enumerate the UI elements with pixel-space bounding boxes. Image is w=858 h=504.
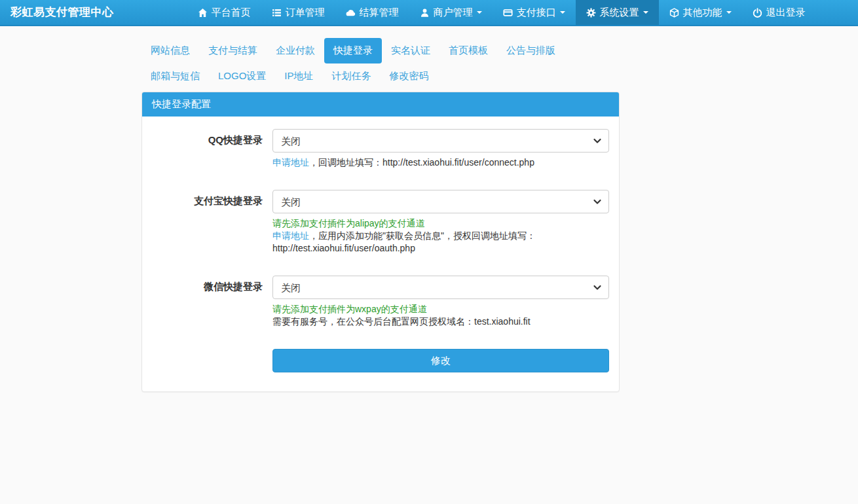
cloud-icon bbox=[346, 8, 356, 18]
home-icon bbox=[198, 8, 208, 18]
tab-payment-settlement[interactable]: 支付与结算 bbox=[199, 38, 267, 63]
alipay-login-help: 请先添加支付插件为alipay的支付通道 申请地址，应用内添加功能"获取会员信息… bbox=[272, 217, 609, 255]
tab-website-info[interactable]: 网站信息 bbox=[141, 38, 199, 63]
panel-title: 快捷登录配置 bbox=[142, 92, 619, 117]
tab-enterprise-payment[interactable]: 企业付款 bbox=[267, 38, 324, 63]
nav-item-label: 其他功能 bbox=[683, 0, 722, 25]
nav-item-label: 系统设置 bbox=[600, 0, 639, 25]
tab-realname-auth[interactable]: 实名认证 bbox=[382, 38, 439, 63]
wechat-help-text: 需要有服务号，在公众号后台配置网页授权域名：test.xiaohui.fit bbox=[272, 315, 609, 328]
nav-item-merchants[interactable]: 商户管理 bbox=[409, 0, 493, 25]
nav-item-logout[interactable]: 退出登录 bbox=[742, 0, 816, 25]
alipay-plugin-warning: 请先添加支付插件为alipay的支付通道 bbox=[272, 217, 609, 230]
submit-group: 修改 bbox=[152, 349, 609, 372]
nav-item-label: 平台首页 bbox=[212, 0, 251, 25]
alipay-help-text: ，应用内添加功能"获取会员信息"，授权回调地址填写： bbox=[309, 230, 536, 241]
nav-item-orders[interactable]: 订单管理 bbox=[261, 0, 335, 25]
nav-item-label: 支付接口 bbox=[517, 0, 556, 25]
cube-icon bbox=[669, 8, 679, 18]
user-icon bbox=[420, 8, 430, 18]
nav-item-label: 商户管理 bbox=[434, 0, 473, 25]
settings-tabs-row1: 网站信息 支付与结算 企业付款 快捷登录 实名认证 首页模板 公告与排版 bbox=[141, 38, 620, 63]
app-title: 彩虹易支付管理中心 bbox=[0, 0, 124, 25]
nav-item-label: 退出登录 bbox=[766, 0, 806, 25]
tab-quick-login[interactable]: 快捷登录 bbox=[324, 38, 382, 63]
qq-login-label: QQ快捷登录 bbox=[152, 129, 272, 169]
power-icon bbox=[753, 8, 762, 18]
qq-login-select[interactable]: 关闭 bbox=[272, 129, 609, 153]
main-content: 网站信息 支付与结算 企业付款 快捷登录 实名认证 首页模板 公告与排版 邮箱与… bbox=[141, 38, 620, 392]
tab-ip-address[interactable]: IP地址 bbox=[275, 63, 322, 89]
nav-item-payment-api[interactable]: 支付接口 bbox=[493, 0, 576, 25]
alipay-login-group: 支付宝快捷登录 关闭 请先添加支付插件为alipay的支付通道 申请地址，应 bbox=[152, 190, 609, 255]
alipay-callback-url: http://test.xiaohui.fit/user/oauth.php bbox=[272, 242, 609, 255]
nav-item-label: 订单管理 bbox=[286, 0, 325, 25]
nav-item-system-settings[interactable]: 系统设置 bbox=[576, 0, 659, 25]
caret-down-icon bbox=[643, 11, 648, 14]
nav-item-label: 结算管理 bbox=[360, 0, 399, 25]
caret-down-icon bbox=[560, 11, 565, 14]
wechat-plugin-warning: 请先添加支付插件为wxpay的支付通道 bbox=[272, 303, 609, 315]
top-navbar: 彩虹易支付管理中心 平台首页 订单管理 结算管理 商户管理 bbox=[0, 0, 858, 26]
submit-button[interactable]: 修改 bbox=[272, 349, 609, 372]
quick-login-panel: 快捷登录配置 QQ快捷登录 关闭 申请地址，回调地址填写：http://t bbox=[141, 92, 620, 392]
alipay-login-label: 支付宝快捷登录 bbox=[152, 190, 272, 255]
qq-login-help: 申请地址，回调地址填写：http://test.xiaohui.fit/user… bbox=[272, 156, 609, 169]
quick-login-form: QQ快捷登录 关闭 申请地址，回调地址填写：http://test.xiaohu… bbox=[142, 117, 619, 391]
settings-tabs-row2: 邮箱与短信 LOGO设置 IP地址 计划任务 修改密码 bbox=[141, 63, 620, 89]
tab-email-sms[interactable]: 邮箱与短信 bbox=[141, 63, 209, 89]
tab-notice-layout[interactable]: 公告与排版 bbox=[497, 38, 565, 63]
tab-logo-settings[interactable]: LOGO设置 bbox=[209, 63, 275, 89]
caret-down-icon bbox=[477, 11, 482, 14]
tab-cron-tasks[interactable]: 计划任务 bbox=[323, 63, 381, 89]
wechat-login-select[interactable]: 关闭 bbox=[272, 276, 609, 299]
tab-homepage-template[interactable]: 首页模板 bbox=[439, 38, 497, 63]
qq-help-text: ，回调地址填写：http://test.xiaohui.fit/user/con… bbox=[309, 157, 534, 168]
caret-down-icon bbox=[726, 11, 732, 14]
list-icon bbox=[272, 8, 282, 18]
wechat-login-help: 请先添加支付插件为wxpay的支付通道 需要有服务号，在公众号后台配置网页授权域… bbox=[272, 303, 609, 328]
wechat-login-group: 微信快捷登录 关闭 请先添加支付插件为wxpay的支付通道 需要有服务号，在公众… bbox=[152, 276, 609, 328]
alipay-login-select[interactable]: 关闭 bbox=[272, 190, 609, 213]
gear-icon bbox=[586, 8, 596, 18]
main-menu: 平台首页 订单管理 结算管理 商户管理 支付接口 bbox=[187, 0, 816, 25]
credit-card-icon bbox=[503, 8, 513, 18]
alipay-apply-link[interactable]: 申请地址 bbox=[272, 230, 309, 241]
nav-item-settlement[interactable]: 结算管理 bbox=[335, 0, 409, 25]
nav-item-other-functions[interactable]: 其他功能 bbox=[659, 0, 742, 25]
nav-item-home[interactable]: 平台首页 bbox=[187, 0, 261, 25]
tab-change-password[interactable]: 修改密码 bbox=[381, 63, 438, 89]
qq-apply-link[interactable]: 申请地址 bbox=[272, 157, 309, 168]
wechat-login-label: 微信快捷登录 bbox=[152, 276, 272, 328]
qq-login-group: QQ快捷登录 关闭 申请地址，回调地址填写：http://test.xiaohu… bbox=[152, 129, 609, 169]
